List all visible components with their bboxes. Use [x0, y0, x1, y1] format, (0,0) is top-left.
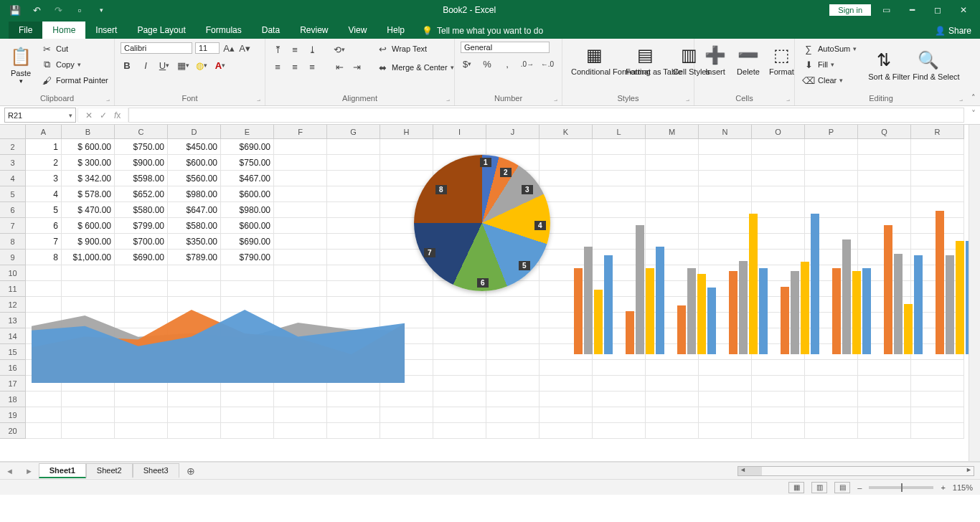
- cell[interactable]: [274, 155, 327, 171]
- cell[interactable]: [699, 139, 752, 155]
- cell[interactable]: [274, 186, 327, 202]
- fill-color-button[interactable]: ◍: [195, 59, 208, 72]
- cell[interactable]: [911, 139, 964, 155]
- cell[interactable]: [858, 171, 911, 186]
- cell[interactable]: $600.00: [221, 218, 274, 234]
- cell[interactable]: [486, 392, 540, 407]
- underline-button[interactable]: U: [158, 59, 171, 72]
- name-box[interactable]: R21▾: [4, 108, 76, 123]
- cell[interactable]: $980.00: [168, 186, 221, 202]
- borders-button[interactable]: ▦: [176, 59, 189, 72]
- cell[interactable]: [274, 281, 327, 297]
- zoom-out-button[interactable]: –: [857, 483, 862, 492]
- cell[interactable]: [433, 344, 486, 360]
- worksheet-grid[interactable]: ABCDEFGHIJKLMNOPQR 21$ 600.00$750.00$450…: [0, 125, 980, 462]
- cell[interactable]: [433, 392, 486, 407]
- cell[interactable]: [699, 407, 752, 423]
- share-button[interactable]: 👤 Share: [926, 23, 980, 39]
- cell[interactable]: [911, 360, 964, 376]
- cell[interactable]: $900.00: [115, 155, 168, 171]
- fx-icon[interactable]: fx: [114, 110, 121, 120]
- tab-help[interactable]: Help: [377, 22, 415, 39]
- cell[interactable]: $580.00: [115, 202, 168, 218]
- cell[interactable]: $ 470.00: [62, 202, 115, 218]
- format-as-table-button[interactable]: ▤Format as Table: [623, 42, 667, 78]
- cell[interactable]: $690.00: [221, 234, 274, 250]
- cell[interactable]: [540, 407, 593, 423]
- cell[interactable]: [646, 171, 699, 186]
- cell[interactable]: [752, 360, 805, 376]
- cell[interactable]: [115, 392, 168, 407]
- cell[interactable]: $ 578.00: [62, 186, 115, 202]
- align-center-icon[interactable]: ≡: [288, 60, 301, 73]
- cell[interactable]: [327, 139, 380, 155]
- row-header[interactable]: 19: [0, 407, 26, 423]
- cell[interactable]: [699, 186, 752, 202]
- cell[interactable]: [168, 281, 221, 297]
- minimize-icon[interactable]: ━: [901, 2, 923, 18]
- cell[interactable]: $598.00: [115, 171, 168, 186]
- cell[interactable]: [752, 392, 805, 407]
- cell[interactable]: [486, 328, 540, 344]
- row-header[interactable]: 10: [0, 265, 26, 281]
- cell[interactable]: [26, 423, 62, 439]
- cell[interactable]: [274, 234, 327, 250]
- cell[interactable]: [62, 407, 115, 423]
- cell[interactable]: [327, 155, 380, 171]
- sheet-tab-1[interactable]: Sheet1: [39, 463, 86, 478]
- cell[interactable]: [805, 139, 858, 155]
- cell[interactable]: [168, 265, 221, 281]
- cell[interactable]: [858, 155, 911, 171]
- cell[interactable]: [433, 328, 486, 344]
- cell[interactable]: $600.00: [221, 186, 274, 202]
- font-size-select[interactable]: 11: [195, 42, 220, 54]
- cell[interactable]: 5: [26, 202, 62, 218]
- cell[interactable]: [327, 171, 380, 186]
- cell[interactable]: [858, 407, 911, 423]
- cell[interactable]: $ 600.00: [62, 218, 115, 234]
- cell[interactable]: [327, 250, 380, 265]
- cell[interactable]: [593, 360, 646, 376]
- cell[interactable]: $467.00: [221, 171, 274, 186]
- find-select-button[interactable]: 🔍Find & Select: [910, 47, 947, 83]
- tab-data[interactable]: Data: [252, 22, 290, 39]
- cell[interactable]: [115, 281, 168, 297]
- cell[interactable]: 3: [26, 171, 62, 186]
- cell[interactable]: 6: [26, 218, 62, 234]
- page-break-view-button[interactable]: ▤: [834, 482, 850, 493]
- cell[interactable]: [540, 360, 593, 376]
- maximize-icon[interactable]: ◻: [927, 2, 948, 18]
- cell[interactable]: [62, 423, 115, 439]
- percent-format-icon[interactable]: %: [481, 57, 494, 70]
- cell[interactable]: [380, 392, 433, 407]
- cell[interactable]: [221, 281, 274, 297]
- cell[interactable]: [752, 376, 805, 392]
- normal-view-button[interactable]: ▦: [788, 482, 804, 493]
- zoom-level[interactable]: 115%: [953, 483, 973, 492]
- column-header[interactable]: C: [115, 125, 168, 139]
- cell[interactable]: [646, 423, 699, 439]
- format-cells-button[interactable]: ⬚Format: [766, 42, 797, 78]
- decrease-decimal-icon[interactable]: ←.0: [541, 57, 554, 70]
- format-painter-button[interactable]: 🖌Format Painter: [39, 73, 110, 87]
- save-icon[interactable]: 💾: [7, 2, 23, 18]
- row-header[interactable]: 13: [0, 313, 26, 328]
- cell[interactable]: [752, 186, 805, 202]
- page-layout-view-button[interactable]: ▥: [811, 482, 827, 493]
- cell[interactable]: [699, 155, 752, 171]
- cell[interactable]: [221, 392, 274, 407]
- cell[interactable]: [486, 423, 540, 439]
- cell[interactable]: 8: [26, 250, 62, 265]
- cell[interactable]: [911, 407, 964, 423]
- cell[interactable]: [646, 360, 699, 376]
- tab-review[interactable]: Review: [290, 22, 338, 39]
- cell[interactable]: [327, 218, 380, 234]
- row-header[interactable]: 12: [0, 297, 26, 313]
- align-middle-icon[interactable]: ≡: [288, 43, 301, 56]
- cell[interactable]: [486, 376, 540, 392]
- align-left-icon[interactable]: ≡: [271, 60, 284, 73]
- cell[interactable]: [540, 376, 593, 392]
- column-header[interactable]: A: [26, 125, 62, 139]
- row-header[interactable]: 8: [0, 234, 26, 250]
- column-header[interactable]: D: [168, 125, 221, 139]
